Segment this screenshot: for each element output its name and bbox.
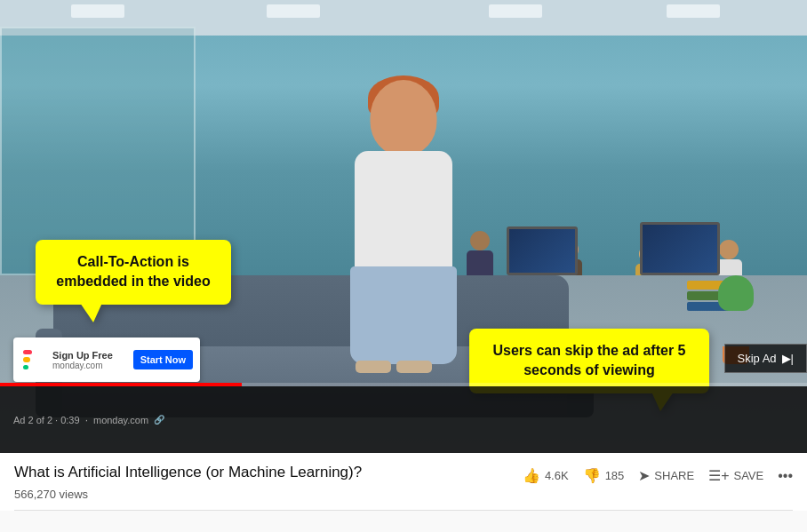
thumbs-up-icon: 👍 bbox=[523, 467, 540, 484]
below-video-section: What is Artificial Intelligence (or Mach… bbox=[0, 453, 807, 511]
ceiling-light-4 bbox=[667, 4, 720, 18]
more-button[interactable]: ••• bbox=[778, 468, 793, 484]
ad-source: monday.com bbox=[93, 415, 148, 425]
share-label: SHARE bbox=[654, 469, 694, 482]
video-title: What is Artificial Intelligence (or Mach… bbox=[14, 464, 362, 481]
info-dot: · bbox=[85, 414, 88, 426]
ceiling-light-3 bbox=[489, 4, 542, 18]
skip-ad-button[interactable]: Skip Ad ▶| bbox=[724, 344, 807, 373]
cta-callout-bubble: Call-To-Action is embedded in the video bbox=[36, 240, 231, 305]
video-player[interactable]: Call-To-Action is embedded in the video … bbox=[0, 0, 807, 453]
skip-ad-icon: ▶| bbox=[782, 352, 794, 365]
page-wrapper: Call-To-Action is embedded in the video … bbox=[0, 0, 807, 511]
monday-logo bbox=[20, 347, 45, 372]
save-icon: ☰+ bbox=[708, 467, 729, 484]
ad-text: Sign Up Free monday.com bbox=[52, 350, 126, 370]
ceiling-light-2 bbox=[267, 4, 320, 18]
monitor-1 bbox=[507, 226, 578, 275]
thumbs-down-icon: 👎 bbox=[583, 467, 601, 484]
ceiling-light bbox=[71, 4, 124, 18]
dislike-button[interactable]: 👎 185 bbox=[583, 467, 625, 484]
video-info-bar: Ad 2 of 2 · 0:39 · monday.com 🔗 bbox=[0, 386, 807, 453]
like-button[interactable]: 👍 4.6K bbox=[523, 467, 569, 484]
video-title-row: What is Artificial Intelligence (or Mach… bbox=[14, 464, 793, 484]
person bbox=[324, 80, 483, 364]
share-icon: ➤ bbox=[638, 467, 650, 484]
more-icon: ••• bbox=[778, 468, 793, 484]
ad-start-now-button[interactable]: Start Now bbox=[133, 350, 193, 369]
ad-cta-overlay: Sign Up Free monday.com Start Now bbox=[13, 337, 200, 382]
ad-counter: Ad 2 of 2 · 0:39 bbox=[13, 415, 80, 425]
like-count: 4.6K bbox=[545, 469, 569, 482]
monitor-2 bbox=[640, 222, 720, 275]
skip-ad-label: Skip Ad bbox=[738, 352, 777, 365]
view-count: 566,270 views bbox=[14, 488, 793, 501]
video-actions: 👍 4.6K 👎 185 ➤ SHARE ☰+ SAVE bbox=[523, 464, 793, 484]
ad-info-text: Ad 2 of 2 · 0:39 · monday.com 🔗 bbox=[13, 414, 794, 426]
external-link-icon: 🔗 bbox=[154, 415, 164, 425]
share-button[interactable]: ➤ SHARE bbox=[638, 467, 694, 484]
glass-partition bbox=[0, 27, 196, 275]
divider bbox=[14, 510, 793, 511]
save-button[interactable]: ☰+ SAVE bbox=[708, 467, 763, 484]
save-label: SAVE bbox=[733, 469, 763, 482]
plant bbox=[718, 275, 754, 329]
ad-signup-label: Sign Up Free bbox=[52, 350, 126, 361]
dislike-count: 185 bbox=[605, 469, 625, 482]
ad-domain-label: monday.com bbox=[52, 361, 126, 370]
